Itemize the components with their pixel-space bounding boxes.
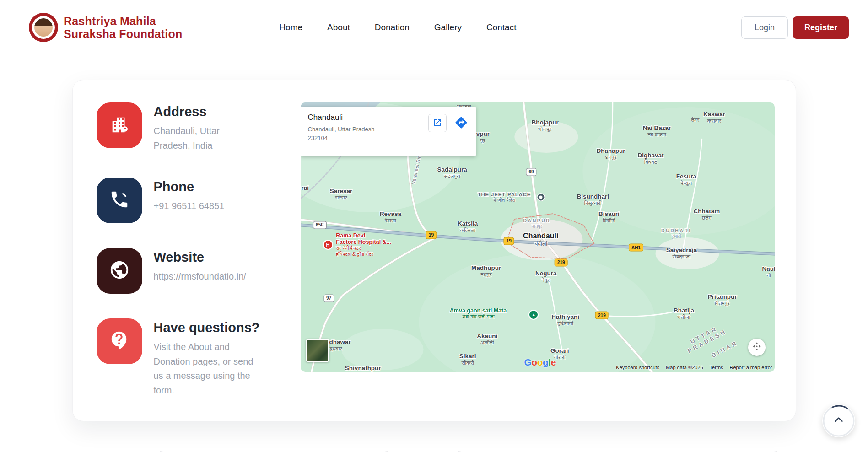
scroll-progress-ring xyxy=(822,404,855,437)
phone-icon xyxy=(109,189,130,212)
route-badge: 97 xyxy=(323,294,334,302)
route-badge: AH1 xyxy=(629,244,643,252)
address-row: Address Chandauli, Uttar Pradesh, India xyxy=(97,102,301,153)
website-text: Website https://rmsfoundatio.in/ xyxy=(154,248,257,294)
route-badge: 19 xyxy=(504,237,514,245)
route-badge: 219 xyxy=(555,258,568,266)
foundation-logo-icon xyxy=(29,13,58,42)
map-label: Gorariगोरारी xyxy=(550,347,569,360)
phone-value: +91 96511 64851 xyxy=(154,199,253,214)
directions-button[interactable] xyxy=(452,114,470,132)
phone-row: Phone +91 96511 64851 xyxy=(97,178,301,223)
address-title: Address xyxy=(154,104,253,119)
open-in-maps-button[interactable] xyxy=(428,114,447,132)
map-label: Bhatijaभतीजा xyxy=(674,307,694,320)
map-label: Sikariसीकरी xyxy=(459,352,476,366)
map-label: THE JEET PALACEये जीत पैलेस xyxy=(478,192,531,203)
brand[interactable]: Rashtriya Mahila Suraksha Foundation xyxy=(29,13,182,42)
map-label: BIHAR xyxy=(710,339,739,359)
map-data-copyright: Map data ©2026 xyxy=(666,365,703,370)
map-label: DANPURदानपुर xyxy=(523,217,550,229)
header-divider xyxy=(720,18,720,37)
route-badge: 65E xyxy=(313,221,327,229)
route-badge: 69 xyxy=(526,168,536,176)
map-label: Dighavatदिघवट xyxy=(638,151,664,165)
address-tile xyxy=(97,102,142,148)
move-icon xyxy=(751,341,762,354)
map-label: Bhojapurभोजपुर xyxy=(531,119,558,132)
map-label: Naulनौ xyxy=(762,265,774,278)
scroll-to-top-button[interactable] xyxy=(822,404,855,437)
map-label: rai xyxy=(302,184,309,191)
map-label: Hathiyaniहथियानी xyxy=(551,313,579,327)
map-label: तेंवर xyxy=(691,117,700,123)
header-actions: Login Register xyxy=(720,16,849,39)
keyboard-shortcuts-link[interactable]: Keyboard shortcuts xyxy=(616,365,659,370)
register-button[interactable]: Register xyxy=(793,16,849,39)
map-label: UTTAR PRADESH xyxy=(672,316,739,361)
address-text: Address Chandauli, Uttar Pradesh, India xyxy=(154,102,253,153)
route-badge: 19 xyxy=(426,231,437,239)
map-label: Chandauliचंदौली xyxy=(523,232,558,248)
map-label: Sadalpuraसदलपुरा xyxy=(437,166,467,179)
main-nav: HomeAboutDonationGalleryContact xyxy=(279,22,516,32)
phone-title: Phone xyxy=(154,179,253,194)
website-title: Website xyxy=(154,250,257,265)
header: Rashtriya Mahila Suraksha Foundation Hom… xyxy=(0,0,868,55)
terms-link[interactable]: Terms xyxy=(710,365,723,370)
website-row: Website https://rmsfoundatio.in/ xyxy=(97,248,301,294)
directions-icon xyxy=(454,116,468,131)
questions-text: Have questions? Visit the About and Dona… xyxy=(154,318,260,398)
contact-info-column: Address Chandauli, Uttar Pradesh, India … xyxy=(97,102,301,398)
satellite-layer-toggle[interactable] xyxy=(306,339,329,362)
questions-title: Have questions? xyxy=(154,320,260,335)
map-label: Amva gaon sati Mataअंवा गांव सती माता xyxy=(450,307,507,320)
poi-circle-marker xyxy=(537,194,544,201)
map-label: vpurपुर xyxy=(476,130,490,144)
phone-tile xyxy=(97,178,142,223)
open-in-new-icon xyxy=(433,118,442,129)
map-label: Madhupurमधुपुर xyxy=(471,264,501,278)
map-label: DUDHARIदुधारी xyxy=(661,227,691,239)
website-value[interactable]: https://rmsfoundatio.in/ xyxy=(154,269,257,284)
map-label: Dhanapurधनपुर xyxy=(597,147,625,160)
map-label: Revasaरेवासा xyxy=(380,210,401,224)
map-label: Akauniअकौनी xyxy=(477,332,497,345)
map-label: Fesuraफेसुरा xyxy=(676,172,696,186)
map-place-address: Chandauli, Uttar Pradesh 232104 xyxy=(308,125,399,143)
nav-link-home[interactable]: Home xyxy=(279,22,302,32)
map-label: Shivnathpur xyxy=(345,365,381,371)
contact-card: Address Chandauli, Uttar Pradesh, India … xyxy=(72,80,796,421)
map-info-actions xyxy=(428,114,470,132)
login-button[interactable]: Login xyxy=(741,16,788,39)
map-label: Nai Bazarनई बाज़ार xyxy=(643,124,671,137)
map-attribution: Keyboard shortcuts Map data ©2026 Terms … xyxy=(616,365,772,370)
map-label: Chhatamछतेम xyxy=(693,208,720,221)
nav-link-gallery[interactable]: Gallery xyxy=(434,22,462,32)
phone-text: Phone +91 96511 64851 xyxy=(154,178,253,223)
map-label: Saresarसरेसर xyxy=(330,188,353,201)
map-label: Neguraनेगुरा xyxy=(535,269,557,283)
pan-control[interactable] xyxy=(748,339,766,356)
map-label: Kaswarकसवार xyxy=(703,111,725,124)
questions-row: Have questions? Visit the About and Dona… xyxy=(97,318,301,398)
nav-link-about[interactable]: About xyxy=(327,22,350,32)
map-label: Saiyadrajaसैयदराजा xyxy=(666,246,697,259)
nav-link-contact[interactable]: Contact xyxy=(486,22,516,32)
brand-name: Rashtriya Mahila Suraksha Foundation xyxy=(64,15,182,41)
globe-icon xyxy=(109,259,130,282)
park-marker: ▲ xyxy=(529,311,538,319)
route-badge: 219 xyxy=(595,312,609,319)
brand-line1: Rashtriya Mahila xyxy=(64,15,182,28)
address-value: Chandauli, Uttar Pradesh, India xyxy=(154,124,253,153)
map-label: Bisauriबिसौरी xyxy=(598,210,620,224)
building-icon xyxy=(109,114,130,137)
questions-tile xyxy=(97,318,142,364)
google-map[interactable]: भथावलतेंवरKaswarकसवारBhojapurभोजपुरNai B… xyxy=(301,102,775,372)
nav-link-donation[interactable]: Donation xyxy=(375,22,410,32)
question-bubble-icon xyxy=(109,330,130,353)
questions-value: Visit the About and Donation pages, or s… xyxy=(154,340,253,398)
map-label: Katsilaकत्सिला xyxy=(458,220,478,233)
report-map-error-link[interactable]: Report a map error xyxy=(730,365,772,370)
map-label: Bisundhariबिसुन्धारी xyxy=(577,193,609,206)
